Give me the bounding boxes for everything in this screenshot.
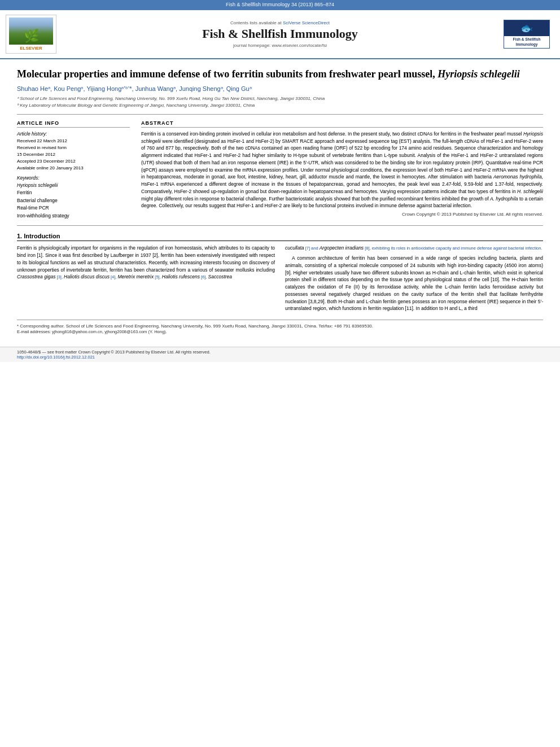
intro-ref-5: [7] and — [304, 246, 320, 251]
authors-line: Shuhao Heᵃ, Kou Pengᵃ, Yijiang Hongᵃ’ᵇ’*… — [17, 85, 543, 93]
intro-col-left: Ferritin is physiologically important fo… — [17, 244, 275, 315]
journal-center: Contents lists available at SciVerse Sci… — [56, 20, 504, 48]
intro-italic-6: cucullata — [285, 245, 304, 251]
keywords-label: Keywords: — [17, 175, 130, 181]
intro-italic-2: Haliotis discus discus — [64, 274, 110, 279]
introduction-section: 1. Introduction Ferritin is physiologica… — [17, 233, 543, 315]
revised-date: 15 December 2012 — [17, 151, 130, 158]
keyword-1: Hyriopsis schlegelii — [17, 182, 130, 190]
issn-line: 1050-4648/$ — see front matter Crown Cop… — [17, 350, 543, 355]
footnote-section: * Corresponding author. School of Life S… — [17, 320, 543, 335]
footnote-email: E-mail addresses: yjhong816@yahoo.com.cn… — [17, 329, 543, 335]
divider-2 — [17, 225, 543, 226]
affiliation-b: ᵇ Key Laboratory of Molecular Biology an… — [17, 102, 543, 108]
journal-header: ELSEVIER Contents lists available at Sci… — [0, 9, 560, 59]
copyright-line: Crown Copyright © 2013 Published by Else… — [141, 212, 543, 217]
intro-italic-4: Haliotis rufescens — [162, 274, 200, 279]
affiliation-a: ᵃ School of Life Sciences and Food Engin… — [17, 95, 543, 102]
article-title: Molecular properties and immune defense … — [17, 68, 543, 81]
journal-reference-bar: Fish & Shellfish Immunology 34 (2013) 86… — [0, 0, 560, 9]
intro-body: Ferritin is physiologically important fo… — [17, 244, 543, 315]
journal-logo-text: Fish & ShellfishImmunology — [504, 36, 549, 48]
history-label: Article history: — [17, 130, 130, 138]
intro-italic-7: Argopecten irradians — [320, 245, 364, 251]
keyword-3: Bacterial challenge — [17, 197, 130, 205]
intro-italic-1: Crassostrea gigas — [17, 274, 56, 279]
intro-p3: A common architecture of ferritin has be… — [285, 255, 543, 312]
article-history: Article history: Received 22 March 2012 … — [17, 130, 130, 172]
intro-text-1: Ferritin is physiologically important fo… — [17, 245, 275, 272]
journal-reference: Fish & Shellfish Immunology 34 (2013) 86… — [226, 2, 334, 7]
intro-p1: Ferritin is physiologically important fo… — [17, 244, 275, 281]
bottom-bar: 1050-4648/$ — see front matter Crown Cop… — [0, 347, 560, 362]
article-content: Molecular properties and immune defense … — [0, 59, 560, 341]
article-info-abstract: ARTICLE INFO Article history: Received 2… — [17, 120, 543, 220]
article-title-italic: Hyriopsis schlegelii — [438, 68, 520, 80]
abstract-italic-aero2: A. hydrophila — [490, 196, 518, 202]
intro-italic-3: Meretrix meretrix — [117, 274, 154, 279]
keywords-list: Hyriopsis schlegelii Ferritin Bacterial … — [17, 182, 130, 220]
elsevier-logo-container: ELSEVIER — [6, 15, 56, 54]
keyword-4: Real-time PCR — [17, 204, 130, 212]
contents-text: Contents lists available at — [230, 20, 282, 25]
intro-ref-1: [3], — [56, 274, 64, 279]
page: Fish & Shellfish Immunology 34 (2013) 86… — [0, 0, 560, 362]
doi-link[interactable]: http://dx.doi.org/10.1016/j.fsi.2012.12.… — [17, 355, 95, 360]
elsevier-logo-box: ELSEVIER — [6, 15, 56, 54]
abstract-text-1: Ferritin is a conserved iron-binding pro… — [141, 131, 523, 137]
keyword-5: Iron-withholding strategy — [17, 212, 130, 220]
intro-col-right: cucullata [7] and Argopecten irradians [… — [285, 244, 543, 315]
journal-logo-right: 🐟 Fish & ShellfishImmunology — [504, 20, 554, 49]
journal-homepage: journal homepage: www.elsevier.com/locat… — [62, 43, 498, 48]
journal-logo-image: 🐟 — [504, 20, 549, 36]
intro-ref-4: [6], — [200, 274, 208, 279]
divider-1 — [17, 114, 543, 115]
homepage-label[interactable]: journal homepage: www.elsevier.com/locat… — [233, 43, 327, 48]
article-info-label: ARTICLE INFO — [17, 120, 130, 128]
journal-title: Fish & Shellfish Immunology — [62, 27, 498, 41]
abstract-label: ABSTRACT — [141, 120, 543, 128]
footnote-corresponding: * Corresponding author. School of Life S… — [17, 323, 543, 329]
elsevier-plant-image — [9, 18, 53, 45]
affiliations: ᵃ School of Life Sciences and Food Engin… — [17, 95, 543, 108]
intro-ref-2: [4], — [110, 274, 118, 279]
abstract-text: Ferritin is a conserved iron-binding pro… — [141, 130, 543, 209]
sciverse-link[interactable]: SciVerse ScienceDirect — [283, 20, 330, 25]
accepted-date: Accepted 23 December 2012 — [17, 158, 130, 165]
intro-italic-5: Saccostrea — [208, 274, 233, 279]
authors-text: Shuhao Heᵃ, Kou Pengᵃ, Yijiang Hongᵃ’ᵇ’*… — [17, 85, 252, 92]
intro-ref-3: [5], — [154, 274, 162, 279]
received-date: Received 22 March 2012 — [17, 138, 130, 145]
abstract-text-1cont3: might play different roles in response t… — [141, 196, 490, 202]
abstract-text-1cont: were identified (designated as HsFer-1 a… — [141, 138, 543, 180]
elsevier-wordmark: ELSEVIER — [20, 46, 42, 51]
intro-heading: 1. Introduction — [17, 233, 543, 241]
abstract-column: ABSTRACT Ferritin is a conserved iron-bi… — [141, 120, 543, 220]
keyword-2: Ferritin — [17, 189, 130, 197]
abstract-italic-hsch: H. schlegelii — [517, 189, 543, 194]
abstract-italic-aero: Aeromonas hydrophila — [493, 174, 542, 180]
sciverse-line: Contents lists available at SciVerse Sci… — [62, 20, 498, 25]
fish-icon: 🐟 — [520, 22, 533, 34]
intro-p2: cucullata [7] and Argopecten irradians [… — [285, 244, 543, 252]
article-title-text: Molecular properties and immune defense … — [17, 68, 438, 80]
journal-logo-box: 🐟 Fish & ShellfishImmunology — [504, 20, 550, 49]
received-revised-label: Received in revised form — [17, 145, 130, 151]
article-info-column: ARTICLE INFO Article history: Received 2… — [17, 120, 130, 220]
intro-ref-6: [8], exhibiting its roles in antioxidati… — [364, 246, 542, 251]
available-date: Available online 20 January 2013 — [17, 165, 130, 172]
